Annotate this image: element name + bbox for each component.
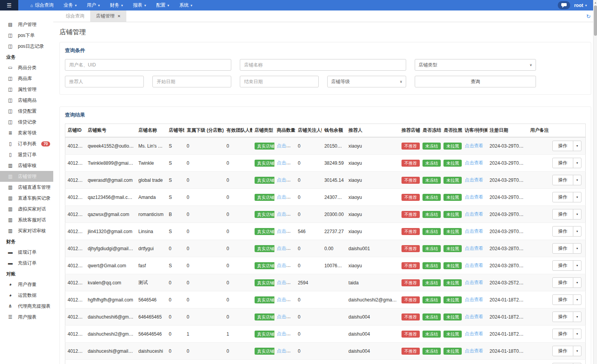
cell-goods-count[interactable]: 点击查看: [274, 206, 295, 223]
view-link[interactable]: 点击查看: [464, 331, 483, 336]
sidebar-item-22[interactable]: ▬充值订单: [0, 258, 53, 268]
nav-item-2[interactable]: 用户▾: [82, 0, 105, 10]
view-link[interactable]: 点击查看: [277, 348, 295, 354]
nav-item-0[interactable]: ⌂综合查询: [25, 0, 59, 10]
chevron-down-icon[interactable]: ▾: [573, 192, 581, 202]
cell-visitor-pending[interactable]: 点击查看: [462, 189, 487, 206]
view-link[interactable]: 点击查看: [277, 314, 295, 319]
sidebar-item-2[interactable]: ◫pos日志记录: [0, 41, 53, 52]
user-menu[interactable]: root ▾: [574, 3, 587, 8]
sidebar-item-0[interactable]: ▤用户管理: [0, 19, 53, 30]
chevron-down-icon[interactable]: ▾: [573, 295, 581, 305]
view-link[interactable]: 点击查看: [464, 160, 483, 165]
action-button[interactable]: 操作▾: [552, 158, 581, 168]
chevron-down-icon[interactable]: ▾: [573, 346, 581, 356]
sidebar-item-19[interactable]: ▥买家对话审核: [0, 225, 53, 236]
view-link[interactable]: 点击查看: [464, 194, 483, 200]
chevron-down-icon[interactable]: ▾: [573, 244, 581, 253]
nav-item-4[interactable]: 报表▾: [128, 0, 151, 10]
cell-visitor-pending[interactable]: 点击查看: [462, 155, 487, 172]
cell-visitor-pending[interactable]: 点击查看: [462, 206, 487, 223]
action-button[interactable]: 操作▾: [552, 260, 581, 271]
cell-goods-count[interactable]: 点击查看: [274, 240, 295, 257]
cell-visitor-pending[interactable]: 点击查看: [462, 274, 487, 291]
view-link[interactable]: 点击查看: [277, 160, 295, 165]
sidebar-item-15[interactable]: ▥店铺直通车管理: [0, 182, 53, 193]
referrer-input[interactable]: [65, 76, 144, 87]
shop-level-select[interactable]: 店铺等级 ∨: [327, 76, 406, 87]
nav-item-1[interactable]: 业务▾: [59, 0, 82, 10]
view-link[interactable]: 点击查看: [464, 143, 483, 148]
cell-visitor-pending[interactable]: 点击查看: [462, 137, 487, 155]
action-button[interactable]: 操作▾: [552, 175, 581, 185]
chevron-down-icon[interactable]: ▾: [573, 141, 581, 151]
sidebar-item-9[interactable]: ◫借贷记录: [0, 117, 53, 127]
sidebar-item-4[interactable]: ▭商品分类: [0, 62, 53, 73]
tab-0[interactable]: 综合查询: [60, 10, 90, 22]
cell-goods-count[interactable]: 点击查看: [274, 172, 295, 189]
sidebar-item-13[interactable]: ▥店铺审核: [0, 160, 53, 171]
action-button[interactable]: 操作▾: [552, 192, 581, 202]
view-link[interactable]: 点击查看: [277, 246, 295, 251]
nav-item-6[interactable]: 系统▾: [174, 0, 197, 10]
action-button[interactable]: 操作▾: [552, 329, 581, 339]
action-button[interactable]: 操作▾: [552, 141, 581, 151]
cell-visitor-pending[interactable]: 点击查看: [462, 360, 487, 364]
sidebar-item-5[interactable]: ◫商品库: [0, 73, 53, 84]
scrollbar-up-arrow-icon[interactable]: ▲: [594, 1, 597, 4]
sidebar-item-26[interactable]: ⋔代理商充提报表: [0, 301, 53, 312]
chat-icon[interactable]: [558, 1, 570, 9]
sidebar-item-27[interactable]: ☰用户报表: [0, 312, 53, 322]
shop-name-input[interactable]: [240, 59, 406, 71]
view-link[interactable]: 点击查看: [464, 263, 483, 268]
vertical-scrollbar[interactable]: ▲: [593, 0, 597, 364]
action-button[interactable]: 操作▾: [552, 226, 581, 237]
cell-goods-count[interactable]: 点击查看: [274, 189, 295, 206]
sidebar-item-14[interactable]: ▥店铺管理: [0, 171, 53, 182]
view-link[interactable]: 点击查看: [464, 228, 483, 234]
chevron-down-icon[interactable]: ▾: [573, 278, 581, 287]
cell-goods-count[interactable]: 点击查看: [274, 343, 295, 360]
chevron-down-icon[interactable]: ▾: [573, 312, 581, 322]
sidebar-item-17[interactable]: ▥虚拟买家对话: [0, 204, 53, 214]
view-link[interactable]: 点击查看: [277, 331, 295, 336]
action-button[interactable]: 操作▾: [552, 277, 581, 288]
cell-visitor-pending[interactable]: 点击查看: [462, 343, 487, 360]
sidebar-item-10[interactable]: ≣卖家等级: [0, 127, 53, 138]
view-link[interactable]: 点击查看: [464, 314, 483, 319]
search-button[interactable]: 查询: [415, 76, 536, 87]
chevron-down-icon[interactable]: ▾: [573, 261, 581, 270]
action-button[interactable]: 操作▾: [552, 312, 581, 322]
cell-goods-count[interactable]: 点击查看: [274, 137, 295, 155]
close-icon[interactable]: ✕: [117, 14, 120, 18]
sidebar-item-7[interactable]: ◫店铺商品: [0, 95, 53, 106]
sidebar-item-6[interactable]: ◫属性管理: [0, 84, 53, 95]
action-button[interactable]: 操作▾: [552, 346, 581, 356]
action-button[interactable]: 操作▾: [552, 209, 581, 219]
cell-goods-count[interactable]: 点击查看: [274, 291, 295, 308]
view-link[interactable]: 点击查看: [464, 348, 483, 354]
view-link[interactable]: 点击查看: [277, 228, 295, 234]
view-link[interactable]: 点击查看: [277, 280, 295, 285]
view-link[interactable]: 点击查看: [464, 177, 483, 183]
cell-visitor-pending[interactable]: 点击查看: [462, 257, 487, 274]
view-link[interactable]: 点击查看: [464, 246, 483, 251]
view-link[interactable]: 点击查看: [277, 263, 295, 268]
cell-goods-count[interactable]: 点击查看: [274, 257, 295, 274]
cell-goods-count[interactable]: 点击查看: [274, 223, 295, 240]
cell-goods-count[interactable]: 点击查看: [274, 155, 295, 172]
view-link[interactable]: 点击查看: [464, 211, 483, 217]
cell-visitor-pending[interactable]: 点击查看: [462, 223, 487, 240]
cell-goods-count[interactable]: 点击查看: [274, 274, 295, 291]
nav-item-5[interactable]: 配置▾: [151, 0, 175, 10]
cell-visitor-pending[interactable]: 点击查看: [462, 291, 487, 308]
action-button[interactable]: 操作▾: [552, 243, 581, 254]
cell-goods-count[interactable]: 点击查看: [274, 326, 295, 343]
sidebar-item-11[interactable]: ▯订单列表70: [0, 138, 53, 149]
sidebar-item-24[interactable]: ◕用户存量: [0, 279, 53, 290]
cell-visitor-pending[interactable]: 点击查看: [462, 326, 487, 343]
sidebar-item-25[interactable]: ◕运营数据: [0, 290, 53, 301]
view-link[interactable]: 点击查看: [277, 194, 295, 200]
cell-goods-count[interactable]: 点击查看: [274, 308, 295, 326]
action-button[interactable]: 操作▾: [552, 294, 581, 305]
